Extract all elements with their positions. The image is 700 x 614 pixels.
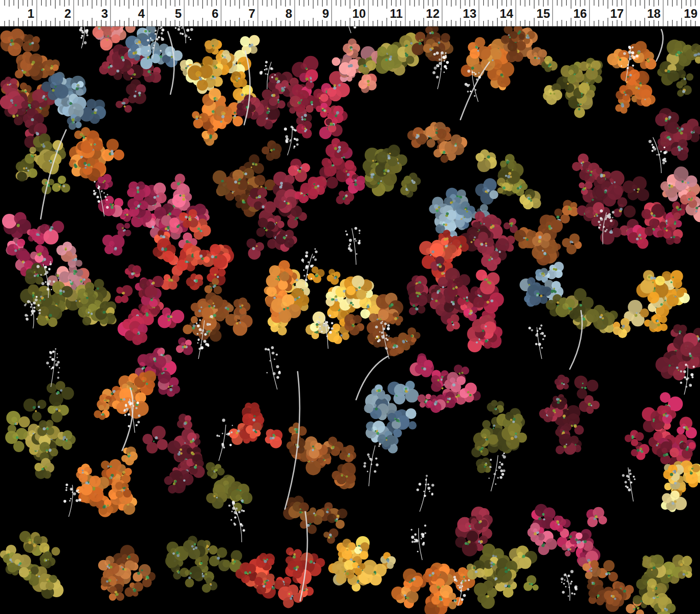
ruler-number: 18 (647, 7, 661, 20)
ruler-number: 4 (138, 7, 145, 20)
ruler-number: 11 (390, 7, 402, 20)
ruler-number: 10 (352, 7, 366, 20)
inch-ruler: 12345678910111213141516171819 (0, 0, 700, 26)
ruler-number: 17 (610, 7, 624, 20)
fabric-photo-svg: 12345678910111213141516171819 (0, 0, 700, 614)
fabric-with-ruler-image: 12345678910111213141516171819 (0, 0, 700, 614)
ruler-number: 15 (537, 7, 550, 20)
ruler-number: 1 (27, 7, 34, 20)
ruler-number: 16 (573, 7, 587, 20)
ruler-number: 14 (500, 7, 513, 20)
fabric-product-photo: 12345678910111213141516171819 (0, 0, 700, 614)
ruler-number: 5 (175, 7, 182, 20)
ruler-number: 19 (684, 7, 697, 20)
ruler-number: 3 (101, 7, 108, 20)
ruler-number: 2 (64, 7, 71, 20)
ruler-number: 7 (249, 7, 255, 20)
ruler-number: 8 (285, 7, 292, 20)
ruler-number: 6 (212, 7, 218, 20)
ruler-number: 12 (426, 7, 440, 20)
ruler-number: 13 (463, 7, 477, 20)
ruler-number: 9 (322, 7, 329, 20)
